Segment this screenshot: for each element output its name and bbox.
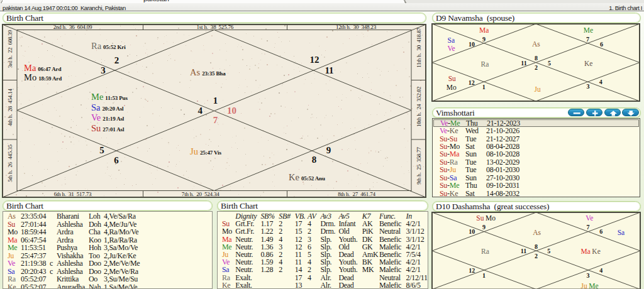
planet-label-as: As — [532, 38, 540, 48]
details-cell: Exalt. — [235, 274, 252, 281]
d9-navamsha-chart[interactable]: 910768115212134MaMeSaVeAsRaKeSuMoJu — [431, 23, 640, 102]
planet-label-ma: Ma06:47 Ard — [24, 63, 61, 73]
dasha-minus-button[interactable] — [568, 109, 585, 117]
name-syllable: Koo — [89, 236, 101, 244]
house-number-2: 2 — [535, 65, 538, 71]
d10-dashamsha-chart[interactable]: 910768115212134SuMoVeAsSaRaMaKeJuMe — [431, 212, 641, 289]
d10-header: D10 Dashamsha (great successes) — [432, 201, 641, 212]
house-number-8: 8 — [535, 55, 538, 62]
planet-abbr-as: As — [190, 67, 200, 77]
planet-label-sa: Sa — [618, 227, 625, 237]
minus-icon — [569, 109, 586, 117]
house-number-5: 5 — [99, 146, 104, 155]
details-cell: AmK — [362, 251, 379, 258]
house-number-7: 7 — [586, 36, 589, 43]
house-strength-right-3: 9th h. 25 358.77 — [416, 147, 422, 185]
dasha-row-ve-me[interactable]: Ve-MeThu21-12-2023 — [433, 119, 639, 127]
details-cell: Malefic — [379, 281, 401, 289]
dasha-row-su-sa[interactable]: Su-SaSun27-10-2030 — [433, 174, 639, 182]
pada-lords: 1,Ra/Ra/Ra — [104, 236, 137, 244]
house-strength-right-2: 10th h. 24 352.02 — [416, 87, 422, 127]
dasha-plus-button[interactable] — [586, 109, 603, 117]
dasha-name: Su-Ju — [440, 166, 456, 173]
nakshatra: Ashlesha — [57, 221, 83, 228]
pada-lords: 4,Ve/Sa/Ra — [104, 212, 136, 220]
house-strength-left-2: 4th h. 28 454.14 — [7, 89, 13, 126]
house-number-8: 8 — [535, 244, 538, 250]
house-number-4: 4 — [599, 79, 602, 85]
dasha-weekday: Thu — [466, 119, 477, 127]
dasha-weekday: Tue — [465, 158, 476, 166]
house-strength-top-2: 1st h. 38 525.76 — [196, 25, 233, 30]
planet-label-ma: Ma — [479, 25, 489, 35]
dasha-weekday: Sat — [465, 143, 474, 150]
details-cell: 2 — [279, 227, 282, 235]
details-header-av3: Av3 — [321, 212, 331, 220]
name-syllable: Hoh — [89, 244, 101, 251]
details-cell: 1.36 — [260, 243, 273, 251]
chart-info-text: pakistan 14 Aug 1947 00:01:00 Karanchi, … — [3, 4, 126, 11]
details-cell: Grt.Fr. — [235, 220, 254, 227]
tab-pakistan-label[interactable]: pakistan — [143, 0, 169, 3]
position-row-su: Su27:01:44AshleshaDoh4,Me/Ju/Ve — [3, 221, 212, 229]
nakshatra: Ashlesha — [57, 268, 83, 275]
details-cell: Malefic — [379, 266, 401, 273]
planet-abbr-sa: Sa — [91, 102, 101, 112]
details-cell: Benefic — [379, 220, 401, 227]
planet-abbr: Ma — [8, 236, 17, 244]
house-number-3: 3 — [587, 273, 590, 279]
dasha-row-su-ke[interactable]: Su-KeSat14-08-2032 — [433, 190, 639, 197]
details-cell: 4 — [308, 258, 311, 266]
planet-abbr-ve: Ve — [91, 112, 101, 123]
planet-abbr: Mo — [222, 227, 232, 235]
dasha-row-su-su[interactable]: Su-SuTue21-12-2027 — [433, 134, 639, 142]
details-cell: Malefic — [379, 258, 401, 266]
dasha-row-su-mo[interactable]: Su-MoSat08-04-2028 — [433, 143, 639, 150]
planet-abbr: Ra — [8, 275, 16, 283]
details-cell: 8/6/5 — [406, 281, 421, 289]
dasha-row-ve-ke[interactable]: Ve-KeWed21-10-2026 — [433, 127, 639, 134]
planet-details-table[interactable]: DignitySB%SB#VB.AVAv3Av5K7Func.InSuGrt.F… — [217, 211, 428, 289]
planet-abbr: Ju — [8, 252, 14, 259]
nakshatra: Anuradha — [57, 283, 85, 289]
house-number-4: 4 — [599, 268, 602, 274]
main-chart-title: Birth Chart — [6, 13, 43, 23]
dasha-row-su-ra[interactable]: Su-RaTue13-02-2029 — [433, 158, 639, 166]
planet-abbr: As — [8, 212, 16, 220]
dasha-row-su-me[interactable]: Su-MeThu09-10-2031 — [433, 182, 639, 189]
details-cell: Neutr. — [235, 266, 253, 273]
planet-abbr-ju: Ju — [535, 85, 541, 93]
details-cell: 3 — [279, 243, 282, 251]
details-header-in: In — [406, 212, 412, 220]
main-chart-header: Birth Chart — [3, 13, 426, 23]
details-cell: 15 — [295, 227, 302, 235]
longitude: 21:19:38 — [21, 259, 46, 267]
planet-abbr: Ve — [222, 258, 230, 266]
planet-positions-table[interactable]: As23:35:04BharaniLoh4,Ve/Sa/RaSu27:01:44… — [3, 211, 213, 289]
dasha-weekday: Wed — [465, 127, 479, 134]
dasha-down-button[interactable] — [622, 109, 639, 117]
dasha-row-su-ma[interactable]: Su-MaSun08-10-2028 — [433, 150, 639, 158]
planet-abbr: Sa — [8, 268, 14, 275]
nakshatra: Krittika — [57, 275, 79, 283]
details-cell: Exalt. — [235, 281, 252, 289]
position-row-mo: Mo18:59:44ArdraCha4,Ra/Mo/Ve — [3, 228, 212, 236]
main-birth-chart[interactable]: 2nd h. 36 604.091st h. 38 525.7612th h. … — [2, 24, 426, 198]
planet-degree-text: 23:35 Bha — [202, 70, 225, 77]
details-cell: 4 — [308, 274, 311, 281]
planet-abbr: Ju — [222, 251, 228, 258]
pada-lords: 4,Me/Ju/Ve — [104, 221, 136, 228]
position-row-ke: Ke05:52:07AnuradhaNah1,Sa/Me/Ve — [3, 283, 212, 289]
details-cell: BK — [362, 258, 372, 266]
dasha-row-su-ju[interactable]: Su-JuTue08-01-2030 — [433, 166, 639, 173]
house-number-10: 10 — [469, 229, 475, 235]
planet-abbr-as: As — [532, 40, 540, 48]
dasha-name: Ve-Me — [440, 119, 460, 127]
house-number-6: 6 — [599, 229, 602, 235]
vimshottari-list[interactable]: Ve-MeThu21-12-2023Ve-KeWed21-10-2026Su-S… — [432, 118, 640, 197]
house-strength-top-1: 2nd h. 36 604.09 — [53, 25, 92, 30]
planet-abbr-me: Me — [91, 92, 103, 102]
plus-icon — [587, 109, 604, 117]
planet-abbr-ra: Ra — [481, 248, 489, 255]
dasha-up-button[interactable] — [604, 109, 621, 117]
